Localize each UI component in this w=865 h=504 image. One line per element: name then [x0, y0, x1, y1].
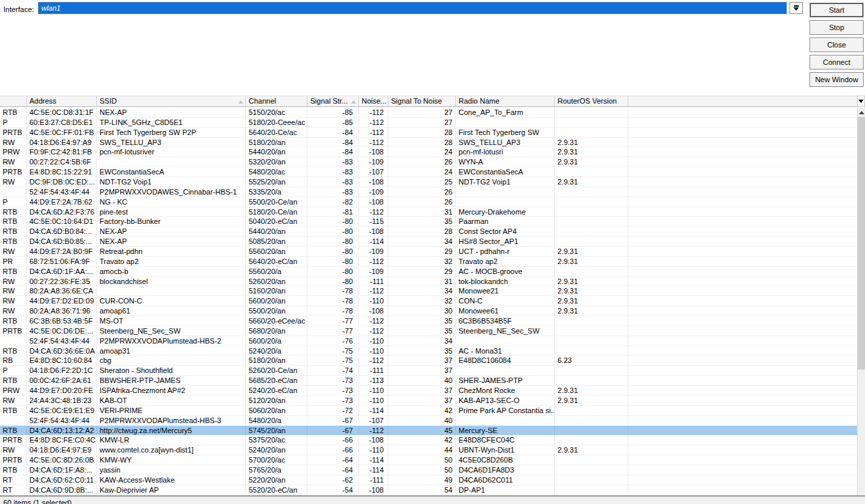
column-header-radio-name[interactable]: Radio Name	[456, 96, 555, 106]
scroll-up-button[interactable]	[858, 108, 865, 117]
table-row[interactable]: RTB4C:5E:0C:E9:E1:E9VERI-PRIME5060/20/an…	[0, 406, 857, 416]
table-row[interactable]: RW80:2A:A8:36:71:96amoap615500/20/an-78-…	[0, 306, 857, 316]
cell: 34	[388, 237, 456, 246]
table-row[interactable]: PR68:72:51:06:FA:9FTravato ap25640/20-eC…	[0, 257, 857, 267]
sort-asc-icon	[238, 100, 243, 104]
cell: 4C:5E:0C:10:64:D1	[27, 217, 97, 226]
cell-filler	[628, 296, 857, 305]
table-row[interactable]: P04:18:D6:F2:2D:1CSheraton - Shouthfield…	[0, 366, 857, 376]
cell: -74	[307, 366, 359, 375]
column-header-ssid[interactable]: SSID	[97, 96, 246, 106]
cell	[555, 237, 628, 246]
cell: -113	[359, 376, 388, 385]
new-window-button[interactable]: New Window	[810, 72, 864, 87]
cell: 5440/20/an	[246, 147, 307, 156]
cell: -80	[307, 237, 359, 246]
vertical-scrollbar[interactable]	[857, 108, 865, 495]
table-row[interactable]: RBE4:8D:8C:10:60:84cbg5180/20/an-75-1123…	[0, 356, 857, 366]
cell: pcn-mf-lotusriver	[97, 147, 246, 156]
cell: D4:CA:6D:B0:84:...	[27, 227, 97, 236]
column-header-channel[interactable]: Channel	[246, 96, 307, 106]
cell: RW	[0, 306, 27, 316]
cell: Travato ap2	[97, 257, 246, 266]
cell-filler	[628, 217, 857, 226]
cell: RTB	[0, 207, 27, 217]
stop-button[interactable]: Stop	[810, 20, 864, 35]
table-row[interactable]: RW24:A4:3C:48:1B:23KAB-OT5120/20/an-73-1…	[0, 396, 857, 406]
table-row[interactable]: RTBD4:CA:6D:1F:A8:...yassin5765/20/a-64-…	[0, 465, 857, 475]
cell	[555, 108, 628, 117]
start-button[interactable]: Start	[810, 3, 864, 17]
cell: 2.9.31	[555, 257, 628, 266]
connect-button[interactable]: Connect	[810, 55, 864, 70]
cell: 5600/20/a	[246, 336, 307, 346]
cell: -84	[307, 128, 359, 137]
cell: 35	[388, 316, 456, 326]
column-select-button[interactable]	[857, 96, 865, 107]
table-row[interactable]: RW00:27:22:36:FE:35blockandchisel5260/20…	[0, 277, 857, 287]
table-row[interactable]: PRTB4C:5E:0C:FF:01:FBFirst Tech Tygerber…	[0, 128, 857, 138]
cell: 00:27:22:36:FE:35	[27, 277, 97, 286]
cell: RTB	[0, 426, 27, 435]
table-row[interactable]: 52:4F:54:43:4F:44P2MPRWXXVODAPlumstead-H…	[0, 416, 857, 426]
cell: 5685/20-eC/an	[246, 376, 307, 385]
cell	[456, 197, 555, 207]
table-row[interactable]: PRTBE4:8D:8C:FE:C0:4CKMW-LR5375/20/ac-66…	[0, 435, 857, 445]
cell: NG - KC	[97, 197, 246, 207]
cell: amocb-b	[97, 267, 246, 276]
cell: 42	[388, 406, 456, 415]
table-row[interactable]: PRTB4C:5E:0C:8D:26:0BKMW-WY5700/20/ac-64…	[0, 455, 857, 465]
cell: -112	[359, 257, 388, 266]
table-row[interactable]: RTB6C:3B:6B:53:4B:5FMS-OT5660/20-eCee/ac…	[0, 316, 857, 326]
table-row[interactable]: RTBD4:CA:6D:1F:AA:...amocb-b5560/20/a-80…	[0, 267, 857, 277]
cell: 5240/20/an	[246, 445, 307, 455]
table-row[interactable]: RTD4:CA:6D:62:C0:11KAW-Access-Westlake52…	[0, 475, 857, 485]
table-row[interactable]: PRTBE4:8D:8C:15:22:91EWConstantiaSecA548…	[0, 167, 857, 177]
column-header-address[interactable]: Address	[27, 96, 97, 106]
table-row[interactable]: RTBD4:CA:6D:36:6E:0Aamoap315240/20/a-75-…	[0, 346, 857, 356]
table-row[interactable]: RTB4C:5E:0C:10:64:D1Factory-bb-Bunker504…	[0, 217, 857, 227]
column-header-noise[interactable]: Noise...	[359, 96, 388, 106]
interface-dropdown-button[interactable]	[789, 2, 803, 14]
scrollbar-thumb[interactable]	[858, 117, 865, 370]
cell: 34	[388, 336, 456, 346]
table-row[interactable]: RTD4:CA:6D:9D:8B:...Kaw-Dieprivier AP552…	[0, 485, 857, 495]
cell: 5640/20-Ce/ac	[246, 128, 307, 137]
table-row[interactable]: P60:E3:27:C8:D5:E1TP-LINK_5GHz_C8D5E1518…	[0, 118, 857, 128]
cell: -109	[359, 157, 388, 166]
table-row[interactable]: PRW44:D9:E7:D0:20:FEISPAfrika-Chezmont A…	[0, 386, 857, 396]
column-header-signal-strength[interactable]: Signal Str...	[307, 96, 359, 106]
table-row[interactable]: 52:4F:54:43:4F:44P2MPRWXXVODAPlumstead-H…	[0, 336, 857, 346]
interface-combobox[interactable]: wlan1	[38, 2, 787, 14]
column-header-flags[interactable]	[0, 96, 27, 106]
table-row[interactable]: RW04:18:D6:E4:97:E9www.comtel.co.za[wyn-…	[0, 445, 857, 455]
table-row[interactable]: P44:D9:E7:2A:7B:62NG - KC5500/20-Ce/an-8…	[0, 197, 857, 207]
table-row[interactable]: 52:4F:54:43:4F:44P2MPRWXXVODAWES_Cinnaba…	[0, 187, 857, 197]
table-row[interactable]: RW80:2A:A8:36:6E:CA5160/20/an-78-11234Mo…	[0, 286, 857, 296]
table-row[interactable]: PRTB4C:5E:0C:D6:DE:...Steenberg_NE_Sec_S…	[0, 326, 857, 336]
cell: -109	[359, 267, 388, 276]
table-row[interactable]: RW44:D9:E7:2A:B0:9FRetreat-pdhn5560/20/a…	[0, 247, 857, 257]
column-header-routeros-version[interactable]: RouterOS Version	[555, 96, 628, 106]
table-row[interactable]: RTBD4:CA:6D:B0:84:...NEX-AP5440/20/an-80…	[0, 227, 857, 237]
table-row[interactable]: RTB00:0C:42:6F:2A:61BBWSHER-PTP-JAMES568…	[0, 376, 857, 386]
table-row[interactable]: PRWF0:9F:C2:42:81:FBpcn-mf-lotusriver544…	[0, 147, 857, 157]
close-button[interactable]: Close	[810, 37, 864, 52]
table-row[interactable]: RWDC:9F:DB:0C:ED:...NDT-TG2 Voip15525/20…	[0, 177, 857, 187]
cell: RTB	[0, 237, 27, 246]
cell: 40	[388, 376, 456, 385]
cell: 5560/20/an	[246, 247, 307, 256]
cell: 24:A4:3C:48:1B:23	[27, 396, 97, 405]
table-row[interactable]: RW44:D9:E7:D2:ED:09CUR-CON-C5600/20/an-7…	[0, 296, 857, 306]
table-row[interactable]: RTB4C:5E:0C:D8:31:1FNEX-AP5150/20/ac-85-…	[0, 108, 857, 118]
cell-filler	[628, 247, 857, 256]
column-header-signal-to-noise[interactable]: Signal To Noise	[388, 96, 456, 106]
cell: 60:E3:27:C8:D5:E1	[27, 118, 97, 127]
table-row-selected[interactable]: RTBD4:CA:6D:13:12:A2http://ctwug.za.net/…	[0, 426, 857, 436]
table-row[interactable]: RTBD4:CA:6D:A2:F3:76pine-test5180/20-Ce/…	[0, 207, 857, 217]
table-row[interactable]: RW00:27:22:C4:5B:6F5320/20/an-83-10926WY…	[0, 157, 857, 167]
table-row[interactable]: RW04:18:D6:E4:97:A9SWS_TELLU_AP35180/20/…	[0, 138, 857, 148]
table-row[interactable]: RTBD4:CA:6D:B0:85:...NEX-AP5085/20/an-80…	[0, 237, 857, 247]
cell	[555, 207, 628, 217]
cell	[555, 336, 628, 346]
